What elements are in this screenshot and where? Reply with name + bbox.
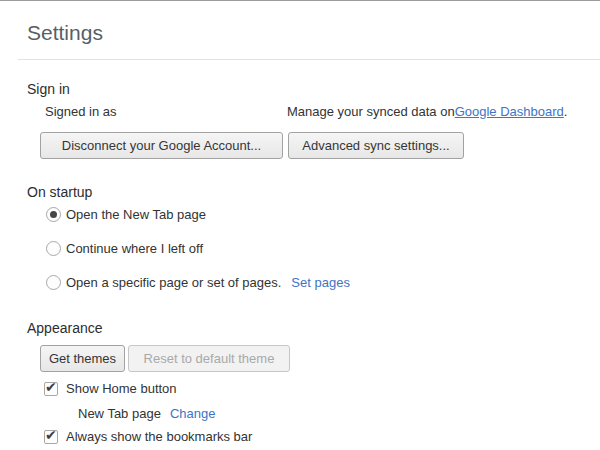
manage-synced-period: . xyxy=(564,104,568,119)
home-page-row: New Tab page Change xyxy=(78,406,215,421)
bookmarks-bar-label: Always show the bookmarks bar xyxy=(66,429,252,444)
google-dashboard-link[interactable]: Google Dashboard xyxy=(455,104,564,119)
startup-option-label: Open the New Tab page xyxy=(66,207,206,222)
signed-in-as-row: Signed in as xyxy=(45,104,117,119)
checkbox[interactable] xyxy=(44,430,58,444)
home-page-value: New Tab page xyxy=(78,406,161,421)
manage-synced-text: Manage your synced data on xyxy=(287,104,455,119)
window-top-edge xyxy=(0,0,600,1)
radio-button[interactable] xyxy=(46,275,61,290)
signin-section-heading: Sign in xyxy=(27,81,70,97)
disconnect-google-account-button[interactable]: Disconnect your Google Account... xyxy=(40,132,283,159)
manage-synced-data-row: Manage your synced data on Google Dashbo… xyxy=(287,104,567,119)
show-home-button-label: Show Home button xyxy=(66,381,177,396)
startup-option-label: Continue where I left off xyxy=(66,241,203,256)
page-title: Settings xyxy=(27,21,103,45)
startup-option-specific-pages[interactable]: Open a specific page or set of pages. Se… xyxy=(46,275,350,290)
startup-option-new-tab[interactable]: Open the New Tab page xyxy=(46,207,206,222)
signed-in-as-label: Signed in as xyxy=(45,104,117,119)
get-themes-button[interactable]: Get themes xyxy=(40,345,125,372)
checkbox[interactable] xyxy=(44,382,58,396)
startup-option-label: Open a specific page or set of pages. xyxy=(66,275,281,290)
radio-button[interactable] xyxy=(46,207,61,222)
title-divider xyxy=(18,59,600,60)
appearance-section-heading: Appearance xyxy=(27,320,103,336)
on-startup-section-heading: On startup xyxy=(27,184,92,200)
advanced-sync-settings-button[interactable]: Advanced sync settings... xyxy=(288,132,464,159)
change-home-page-link[interactable]: Change xyxy=(170,406,216,421)
set-pages-link[interactable]: Set pages xyxy=(291,275,350,290)
reset-default-theme-button: Reset to default theme xyxy=(128,345,290,372)
show-home-button-row[interactable]: Show Home button xyxy=(44,381,177,396)
bookmarks-bar-row[interactable]: Always show the bookmarks bar xyxy=(44,429,252,444)
startup-option-continue[interactable]: Continue where I left off xyxy=(46,241,203,256)
radio-button[interactable] xyxy=(46,241,61,256)
